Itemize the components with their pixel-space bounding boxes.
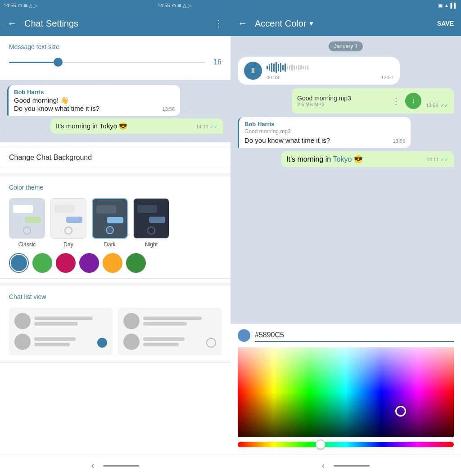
day-recv-bubble	[54, 205, 74, 213]
list-avatar-4	[123, 334, 140, 350]
night-label: Night	[145, 241, 158, 248]
list-line-7	[143, 337, 185, 341]
sent-check: ✓✓	[440, 157, 448, 162]
file-bubble-sent: Good morning.mp3 2.5 MB MP3 ⋮ ↓ 13:56 ✓✓	[292, 88, 454, 113]
color-circle-teal[interactable]	[103, 253, 122, 273]
theme-dark-preview	[92, 198, 128, 239]
classic-radio	[23, 227, 31, 235]
list-line-6	[143, 322, 187, 326]
sent-text: It's morning in Tokyo 😎	[56, 122, 127, 130]
received-bubble-time: 13:56	[393, 138, 405, 144]
list-line-4	[34, 343, 70, 346]
file-download-button[interactable]: ↓	[405, 93, 421, 109]
chat-list-view-label: Chat list view	[9, 293, 221, 300]
sent-checkmark: ✓✓	[210, 124, 218, 129]
dark-radio	[106, 226, 114, 234]
color-circle-green[interactable]	[32, 253, 52, 273]
list-radio-selected[interactable]	[97, 338, 107, 348]
received-sender-name: Bob Harris	[244, 121, 405, 127]
color-circle-blue[interactable]	[9, 253, 29, 273]
list-radio-empty[interactable]	[206, 338, 216, 348]
accent-color-circles	[9, 253, 221, 273]
nav-back-left[interactable]: ‹	[91, 460, 95, 471]
bottom-nav-left: ‹	[0, 454, 230, 476]
sent-bubble: It's morning in Tokyo 😎 14:11 ✓✓	[50, 118, 223, 134]
left-header: ← Chat Settings ⋮	[0, 11, 230, 36]
right-panel: ← Accent Color ▼ SAVE January 1 ⏸	[230, 11, 461, 476]
icons-left: ⊙ ≋ △ ▷	[18, 3, 37, 9]
list-avatar-2	[14, 334, 31, 350]
classic-recv-bubble	[13, 205, 33, 213]
left-body: Message text size 16 Bob Harris Go	[0, 36, 230, 454]
list-view-options	[9, 308, 221, 355]
icons-right: ⊙ ≋ △ ▷	[172, 3, 191, 9]
back-button-left[interactable]: ←	[7, 18, 17, 29]
theme-classic[interactable]: Classic	[9, 198, 45, 248]
hue-slider[interactable]	[238, 442, 454, 449]
theme-classic-preview	[9, 198, 45, 239]
sent-message-bubble: It's morning in Tokyo 😎 14:11 ✓✓	[281, 151, 454, 167]
received-bubble: Bob Harris Good morning! 👋 Do you know w…	[7, 85, 180, 116]
nav-back-right[interactable]: ‹	[322, 460, 325, 471]
day-label: Day	[63, 241, 73, 248]
color-circle-dark-green[interactable]	[126, 253, 146, 273]
list-view-normal[interactable]	[118, 308, 221, 355]
theme-day-preview	[50, 198, 86, 239]
hue-slider-track	[238, 442, 454, 447]
color-hex-input[interactable]	[255, 329, 454, 342]
list-avatar-1	[14, 313, 31, 329]
theme-night-preview	[133, 198, 169, 239]
home-indicator-right	[334, 465, 370, 467]
voice-duration: 00:03	[267, 75, 279, 80]
list-line-8	[143, 343, 179, 346]
hue-slider-thumb	[316, 440, 325, 449]
battery-icon: ▣ ▲ ▌▌	[438, 3, 457, 9]
color-gradient-picker[interactable]	[238, 347, 454, 437]
list-line-2	[34, 322, 78, 326]
list-view-compact[interactable]	[9, 308, 113, 355]
tokyo-link[interactable]: Tokyo	[333, 155, 352, 163]
voice-pause-button[interactable]: ⏸	[244, 62, 262, 80]
file-check: ✓✓	[440, 103, 448, 108]
night-radio	[147, 227, 155, 235]
dark-label: Dark	[104, 241, 115, 248]
theme-dark[interactable]: Dark	[92, 198, 128, 248]
sent-time: 14:11 ✓✓	[196, 124, 218, 130]
classic-sent-bubble	[25, 217, 41, 223]
save-button[interactable]: SAVE	[437, 20, 454, 27]
right-header: ← Accent Color ▼ SAVE	[230, 11, 461, 36]
dropdown-icon[interactable]: ▼	[308, 20, 315, 27]
theme-day[interactable]: Day	[50, 198, 86, 248]
left-panel: ← Chat Settings ⋮ Message text size 16	[0, 11, 230, 476]
sent-bubble-time: 14:11 ✓✓	[426, 157, 448, 163]
text-size-value: 16	[211, 58, 221, 66]
day-radio	[64, 227, 72, 235]
received-line1: Good morning! 👋	[14, 96, 175, 104]
theme-night[interactable]: Night	[133, 198, 169, 248]
color-picker-area	[230, 324, 461, 454]
back-button-right[interactable]: ←	[238, 18, 248, 29]
sent-text1: It's morning in	[286, 155, 333, 163]
night-sent-bubble	[149, 217, 165, 223]
sent-text2: 😎	[352, 155, 362, 163]
date-badge: January 1	[329, 41, 363, 51]
file-meta: 2.5 MB MP3	[297, 102, 387, 107]
list-line-5	[143, 317, 202, 320]
night-recv-bubble	[137, 205, 157, 213]
text-size-slider-row: 16	[9, 58, 221, 67]
color-circle-pink[interactable]	[56, 253, 76, 273]
received-line2: Do you know what time it is? 13:56	[14, 104, 175, 112]
file-more-button[interactable]: ⋮	[392, 95, 401, 106]
received-message-bubble: Bob Harris Good morning.mp3 Do you know …	[238, 117, 411, 148]
change-background-section[interactable]: Change Chat Background	[0, 146, 230, 169]
received-time: 13:56	[162, 106, 175, 112]
color-circle-purple[interactable]	[79, 253, 99, 273]
right-chat-area: January 1 ⏸	[230, 36, 461, 324]
sender-name: Bob Harris	[14, 89, 175, 95]
more-menu-button[interactable]: ⋮	[214, 18, 223, 29]
dark-sent-bubble	[107, 217, 123, 223]
voice-time-row: 00:03 13:57	[267, 75, 393, 80]
file-time: 13:56	[426, 103, 438, 108]
voice-message-bubble: ⏸	[238, 57, 400, 85]
text-size-slider[interactable]	[9, 58, 205, 67]
